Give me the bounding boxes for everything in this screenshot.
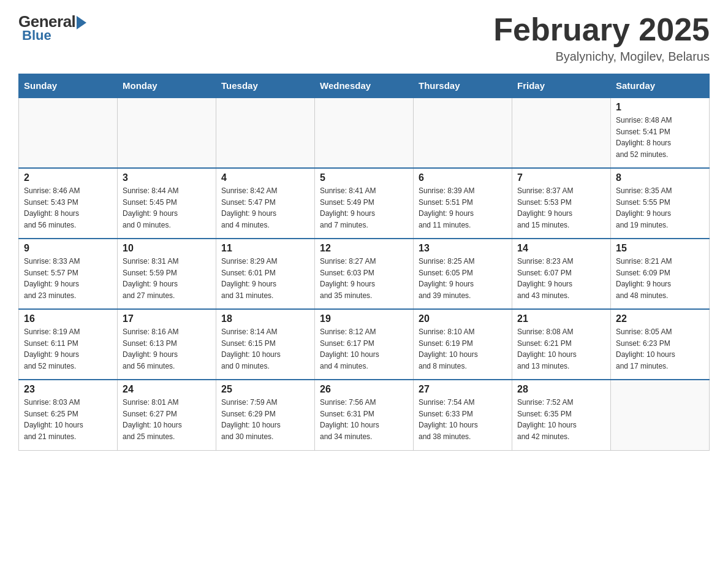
calendar-cell-w4-d3: 18Sunrise: 8:14 AM Sunset: 6:15 PM Dayli… — [216, 309, 315, 380]
calendar-cell-w2-d5: 6Sunrise: 8:39 AM Sunset: 5:51 PM Daylig… — [414, 168, 512, 239]
day-info: Sunrise: 8:10 AM Sunset: 6:19 PM Dayligh… — [419, 326, 507, 372]
col-wednesday: Wednesday — [315, 74, 414, 98]
day-info: Sunrise: 8:29 AM Sunset: 6:01 PM Dayligh… — [221, 256, 309, 301]
calendar-cell-w1-d4 — [315, 98, 414, 168]
calendar-cell-w3-d1: 9Sunrise: 8:33 AM Sunset: 5:57 PM Daylig… — [19, 239, 118, 309]
day-number: 27 — [419, 384, 507, 395]
calendar-cell-w5-d6: 28Sunrise: 7:52 AM Sunset: 6:35 PM Dayli… — [512, 380, 611, 450]
calendar-cell-w3-d3: 11Sunrise: 8:29 AM Sunset: 6:01 PM Dayli… — [216, 239, 315, 309]
title-block: February 2025 Byalynichy, Mogilev, Belar… — [493, 12, 710, 64]
calendar-cell-w2-d6: 7Sunrise: 8:37 AM Sunset: 5:53 PM Daylig… — [512, 168, 611, 239]
day-number: 9 — [24, 243, 112, 254]
day-number: 20 — [419, 313, 507, 324]
calendar-cell-w4-d4: 19Sunrise: 8:12 AM Sunset: 6:17 PM Dayli… — [315, 309, 414, 380]
day-number: 1 — [616, 102, 704, 113]
day-info: Sunrise: 8:42 AM Sunset: 5:47 PM Dayligh… — [221, 185, 309, 231]
col-saturday: Saturday — [611, 74, 710, 98]
day-number: 23 — [24, 384, 112, 395]
calendar-cell-w3-d4: 12Sunrise: 8:27 AM Sunset: 6:03 PM Dayli… — [315, 239, 414, 309]
calendar-cell-w5-d4: 26Sunrise: 7:56 AM Sunset: 6:31 PM Dayli… — [315, 380, 414, 450]
day-info: Sunrise: 8:37 AM Sunset: 5:53 PM Dayligh… — [517, 185, 605, 231]
day-info: Sunrise: 8:46 AM Sunset: 5:43 PM Dayligh… — [24, 185, 112, 231]
day-info: Sunrise: 8:33 AM Sunset: 5:57 PM Dayligh… — [24, 256, 112, 301]
logo-arrow-icon — [77, 16, 86, 29]
day-number: 4 — [221, 172, 309, 183]
day-info: Sunrise: 8:44 AM Sunset: 5:45 PM Dayligh… — [123, 185, 211, 231]
day-number: 5 — [320, 172, 408, 183]
day-info: Sunrise: 8:23 AM Sunset: 6:07 PM Dayligh… — [517, 256, 605, 301]
calendar-week-2: 2Sunrise: 8:46 AM Sunset: 5:43 PM Daylig… — [19, 168, 710, 239]
day-info: Sunrise: 8:05 AM Sunset: 6:23 PM Dayligh… — [616, 326, 704, 372]
day-info: Sunrise: 8:31 AM Sunset: 5:59 PM Dayligh… — [123, 256, 211, 301]
day-number: 24 — [123, 384, 211, 395]
day-number: 12 — [320, 243, 408, 254]
calendar-week-5: 23Sunrise: 8:03 AM Sunset: 6:25 PM Dayli… — [19, 380, 710, 450]
day-info: Sunrise: 8:27 AM Sunset: 6:03 PM Dayligh… — [320, 256, 408, 301]
col-thursday: Thursday — [414, 74, 512, 98]
calendar-cell-w2-d3: 4Sunrise: 8:42 AM Sunset: 5:47 PM Daylig… — [216, 168, 315, 239]
calendar-week-3: 9Sunrise: 8:33 AM Sunset: 5:57 PM Daylig… — [19, 239, 710, 309]
day-info: Sunrise: 8:03 AM Sunset: 6:25 PM Dayligh… — [24, 397, 112, 442]
calendar-cell-w3-d7: 15Sunrise: 8:21 AM Sunset: 6:09 PM Dayli… — [611, 239, 710, 309]
day-number: 19 — [320, 313, 408, 324]
calendar-cell-w3-d5: 13Sunrise: 8:25 AM Sunset: 6:05 PM Dayli… — [414, 239, 512, 309]
calendar-cell-w5-d5: 27Sunrise: 7:54 AM Sunset: 6:33 PM Dayli… — [414, 380, 512, 450]
day-info: Sunrise: 8:19 AM Sunset: 6:11 PM Dayligh… — [24, 326, 112, 372]
calendar-cell-w1-d1 — [19, 98, 118, 168]
calendar-cell-w3-d6: 14Sunrise: 8:23 AM Sunset: 6:07 PM Dayli… — [512, 239, 611, 309]
day-info: Sunrise: 8:48 AM Sunset: 5:41 PM Dayligh… — [616, 115, 704, 160]
day-number: 13 — [419, 243, 507, 254]
calendar-table: Sunday Monday Tuesday Wednesday Thursday… — [18, 74, 710, 451]
calendar-week-1: 1Sunrise: 8:48 AM Sunset: 5:41 PM Daylig… — [19, 98, 710, 168]
day-number: 16 — [24, 313, 112, 324]
calendar-cell-w2-d7: 8Sunrise: 8:35 AM Sunset: 5:55 PM Daylig… — [611, 168, 710, 239]
calendar-cell-w1-d5 — [414, 98, 512, 168]
day-number: 25 — [221, 384, 309, 395]
day-number: 28 — [517, 384, 605, 395]
day-info: Sunrise: 8:16 AM Sunset: 6:13 PM Dayligh… — [123, 326, 211, 372]
day-number: 6 — [419, 172, 507, 183]
calendar-cell-w4-d7: 22Sunrise: 8:05 AM Sunset: 6:23 PM Dayli… — [611, 309, 710, 380]
day-number: 14 — [517, 243, 605, 254]
day-number: 21 — [517, 313, 605, 324]
day-number: 2 — [24, 172, 112, 183]
logo: General Blue — [18, 12, 87, 44]
calendar-cell-w4-d1: 16Sunrise: 8:19 AM Sunset: 6:11 PM Dayli… — [19, 309, 118, 380]
day-number: 11 — [221, 243, 309, 254]
calendar-cell-w1-d3 — [216, 98, 315, 168]
col-monday: Monday — [118, 74, 216, 98]
day-info: Sunrise: 8:12 AM Sunset: 6:17 PM Dayligh… — [320, 326, 408, 372]
page-header: General Blue February 2025 Byalynichy, M… — [18, 12, 710, 64]
day-number: 10 — [123, 243, 211, 254]
day-info: Sunrise: 8:25 AM Sunset: 6:05 PM Dayligh… — [419, 256, 507, 301]
logo-blue-text: Blue — [22, 28, 51, 44]
calendar-cell-w5-d1: 23Sunrise: 8:03 AM Sunset: 6:25 PM Dayli… — [19, 380, 118, 450]
calendar-cell-w2-d4: 5Sunrise: 8:41 AM Sunset: 5:49 PM Daylig… — [315, 168, 414, 239]
col-tuesday: Tuesday — [216, 74, 315, 98]
day-number: 8 — [616, 172, 704, 183]
day-number: 3 — [123, 172, 211, 183]
day-info: Sunrise: 8:21 AM Sunset: 6:09 PM Dayligh… — [616, 256, 704, 301]
day-info: Sunrise: 8:01 AM Sunset: 6:27 PM Dayligh… — [123, 397, 211, 442]
day-info: Sunrise: 8:08 AM Sunset: 6:21 PM Dayligh… — [517, 326, 605, 372]
calendar-cell-w1-d2 — [118, 98, 216, 168]
calendar-cell-w4-d5: 20Sunrise: 8:10 AM Sunset: 6:19 PM Dayli… — [414, 309, 512, 380]
day-number: 17 — [123, 313, 211, 324]
calendar-cell-w2-d2: 3Sunrise: 8:44 AM Sunset: 5:45 PM Daylig… — [118, 168, 216, 239]
col-friday: Friday — [512, 74, 611, 98]
calendar-subtitle: Byalynichy, Mogilev, Belarus — [493, 50, 710, 64]
calendar-cell-w1-d7: 1Sunrise: 8:48 AM Sunset: 5:41 PM Daylig… — [611, 98, 710, 168]
day-info: Sunrise: 8:14 AM Sunset: 6:15 PM Dayligh… — [221, 326, 309, 372]
calendar-cell-w5-d7 — [611, 380, 710, 450]
day-info: Sunrise: 7:52 AM Sunset: 6:35 PM Dayligh… — [517, 397, 605, 442]
day-info: Sunrise: 8:41 AM Sunset: 5:49 PM Dayligh… — [320, 185, 408, 231]
day-info: Sunrise: 7:59 AM Sunset: 6:29 PM Dayligh… — [221, 397, 309, 442]
calendar-header-row: Sunday Monday Tuesday Wednesday Thursday… — [19, 74, 710, 98]
calendar-cell-w4-d6: 21Sunrise: 8:08 AM Sunset: 6:21 PM Dayli… — [512, 309, 611, 380]
day-info: Sunrise: 8:39 AM Sunset: 5:51 PM Dayligh… — [419, 185, 507, 231]
calendar-week-4: 16Sunrise: 8:19 AM Sunset: 6:11 PM Dayli… — [19, 309, 710, 380]
day-info: Sunrise: 8:35 AM Sunset: 5:55 PM Dayligh… — [616, 185, 704, 231]
calendar-cell-w3-d2: 10Sunrise: 8:31 AM Sunset: 5:59 PM Dayli… — [118, 239, 216, 309]
calendar-title: February 2025 — [493, 12, 710, 47]
day-number: 7 — [517, 172, 605, 183]
